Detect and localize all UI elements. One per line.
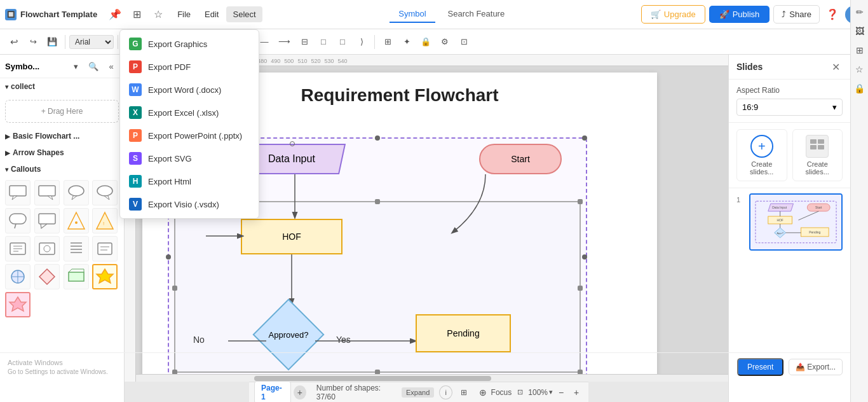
tab-symbol[interactable]: Symbol	[390, 6, 435, 23]
export-ppt-item[interactable]: P Export PowerPoint (.pptx)	[120, 124, 259, 147]
publish-button[interactable]: 🚀 Publish	[709, 6, 770, 23]
pin-icon[interactable]: 📌	[106, 6, 124, 24]
export-pdf-icon: P	[129, 60, 142, 73]
sidebar-dropdown-icon[interactable]: ▾	[68, 59, 83, 74]
menu-select[interactable]: Select	[226, 6, 262, 22]
shape-item[interactable]	[34, 236, 60, 261]
shape-item[interactable]	[34, 208, 60, 233]
share-button[interactable]: ⤴ Share	[773, 5, 820, 24]
menu-edit[interactable]: Edit	[198, 6, 225, 22]
inner-handle-tr[interactable]	[578, 199, 583, 204]
redo-button[interactable]: ↪	[24, 33, 42, 51]
section-callouts-header[interactable]: ▾ Callouts	[0, 161, 124, 177]
handle-tr[interactable]	[582, 135, 587, 141]
zoom-out-button[interactable]: −	[554, 385, 568, 399]
shape-item[interactable]	[5, 180, 31, 205]
layers-icon[interactable]: ⊞	[853, 43, 867, 57]
lock-button[interactable]: 🔒	[417, 33, 435, 51]
section-callouts-arrow: ▾	[5, 166, 8, 173]
shape-item[interactable]	[92, 236, 118, 261]
page-tab-1[interactable]: Page-1	[254, 381, 291, 403]
tab-search-feature[interactable]: Search Feature	[439, 6, 514, 23]
fit-button[interactable]: ⊡	[513, 385, 527, 399]
start-shape[interactable]: Start	[479, 144, 562, 174]
right-sidebar: ✏ 🖼 ⊞ ☆ 🔒 Slides ✕ Aspect Ratio 16:9 ▾	[728, 55, 868, 402]
conn-top[interactable]	[290, 141, 295, 146]
aspect-ratio-select[interactable]: 16:9 ▾	[736, 99, 843, 116]
upgrade-button[interactable]: 🛒 Upgrade	[641, 5, 705, 24]
magic-button[interactable]: ✦	[398, 33, 416, 51]
handle-tc[interactable]	[375, 135, 380, 141]
sidebar-collapse-icon[interactable]: «	[104, 59, 119, 74]
lock-sidebar-icon[interactable]: 🔒	[853, 81, 867, 95]
shape-item[interactable]	[5, 236, 31, 261]
export-word-item[interactable]: W Export Word (.docx)	[120, 78, 259, 101]
shape-item-pink[interactable]	[5, 292, 31, 317]
svg-point-6	[97, 186, 112, 196]
grid-button[interactable]: ⊞	[379, 33, 397, 51]
shape-item[interactable]	[64, 264, 89, 289]
export-graphics-item[interactable]: G Export Graphics	[120, 32, 259, 55]
sidebar-search-icon[interactable]: 🔍	[86, 59, 101, 74]
export-html-item[interactable]: H Export Html	[120, 170, 259, 193]
settings-button[interactable]: ⚙	[436, 33, 454, 51]
add-page-button[interactable]: +	[294, 385, 306, 399]
shape-item-yellow[interactable]	[92, 264, 118, 289]
present-button[interactable]: Present	[737, 358, 783, 376]
shape-item[interactable]	[64, 236, 89, 261]
slide-thumbnail-1[interactable]: Start Data Input HOF Appr?	[749, 193, 843, 251]
handle-ml[interactable]	[166, 254, 171, 260]
table-button[interactable]: ⊟	[295, 33, 313, 51]
export-visio-item[interactable]: V Export Visio (.vsdx)	[120, 193, 259, 216]
shape-item[interactable]	[5, 264, 31, 289]
hof-shape[interactable]: HOF	[241, 219, 342, 254]
shape-item[interactable]	[34, 264, 60, 289]
shape-item[interactable]	[5, 208, 31, 233]
new-window-icon[interactable]: ⊞	[128, 6, 146, 24]
pending-shape[interactable]: Pending	[416, 314, 511, 352]
shape-item[interactable]	[64, 208, 89, 233]
inner-handle-mr[interactable]	[578, 286, 583, 291]
inner-handle-tc[interactable]	[375, 199, 380, 204]
zoom-in-button[interactable]: +	[569, 385, 583, 399]
create-slides-button-2[interactable]: Create slides...	[792, 129, 843, 181]
section-basic-flowchart-header[interactable]: ▶ Basic Flowchart ...	[0, 128, 124, 144]
svg-rect-47	[818, 145, 824, 149]
help-icon[interactable]: ❓	[824, 6, 841, 24]
edit-icon[interactable]: ✏	[853, 5, 867, 19]
expand-button[interactable]: Expand	[402, 387, 434, 398]
shape-item[interactable]	[64, 180, 89, 205]
star-icon[interactable]: ☆	[149, 6, 167, 24]
thumbnail-button[interactable]: ⊡	[455, 33, 473, 51]
layers-button[interactable]: ⊞	[458, 385, 471, 399]
undo-button[interactable]: ↩	[5, 33, 23, 51]
section-arrow-shapes-header[interactable]: ▶ Arrow Shapes	[0, 144, 124, 161]
shape-item[interactable]: !	[92, 208, 118, 233]
save-button[interactable]: 💾	[43, 33, 61, 51]
close-sidebar-button[interactable]: ✕	[829, 60, 843, 74]
drag-here-area[interactable]: + Drag Here	[0, 95, 124, 128]
shape-item[interactable]	[34, 180, 60, 205]
drag-here-box[interactable]: + Drag Here	[5, 100, 119, 123]
handle-mr[interactable]	[582, 254, 587, 260]
shape-item[interactable]	[92, 180, 118, 205]
export-button[interactable]: 📤 Export...	[789, 359, 843, 375]
focus-button[interactable]: ⊕	[476, 385, 490, 399]
inner-handle-ml[interactable]	[172, 286, 177, 291]
info-button[interactable]: i	[439, 385, 452, 399]
arrow-button[interactable]: ⟶	[275, 33, 294, 51]
more-button[interactable]: ⟩	[353, 33, 370, 51]
rect2-button[interactable]: □	[334, 33, 351, 51]
star-sidebar-icon[interactable]: ☆	[853, 62, 867, 76]
divider-3	[374, 35, 375, 49]
section-collect-header[interactable]: ▾ collect	[0, 78, 124, 95]
rect-button[interactable]: □	[315, 33, 332, 51]
menu-file[interactable]: File	[171, 6, 197, 22]
image-icon[interactable]: 🖼	[853, 24, 867, 38]
zoom-dropdown[interactable]: ▾	[549, 388, 553, 396]
export-svg-item[interactable]: S Export SVG	[120, 147, 259, 170]
export-pdf-item[interactable]: P Export PDF	[120, 55, 259, 78]
create-slides-button-1[interactable]: + Create slides...	[736, 129, 787, 181]
font-family-select[interactable]: Arial Times New Roman Verdana	[69, 35, 114, 49]
export-excel-item[interactable]: X Export Excel (.xlsx)	[120, 101, 259, 124]
